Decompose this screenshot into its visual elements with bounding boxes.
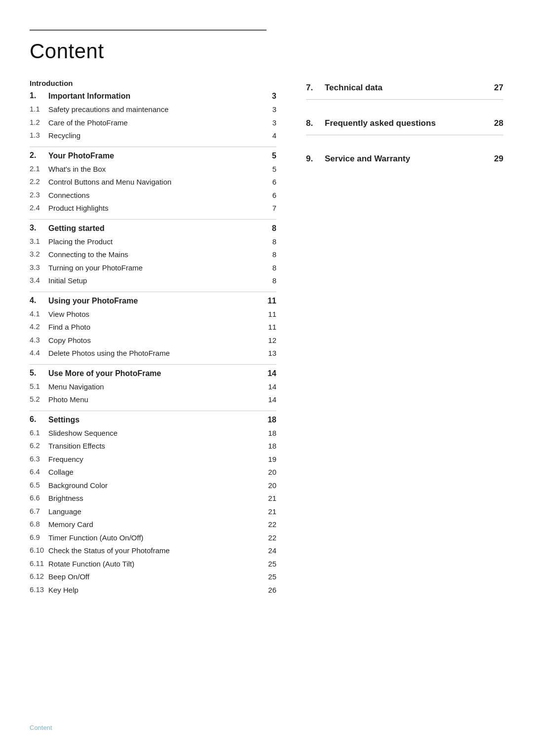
divider [30, 364, 276, 365]
section-1-label: Important Information [48, 89, 260, 103]
subsection-page: 6 [260, 176, 276, 189]
subsection-num: 2.4 [30, 202, 48, 215]
section-5-page: 14 [259, 367, 276, 380]
section-4-num: 4. [30, 294, 48, 308]
footer-note: Content [30, 724, 52, 731]
section-6-num: 6. [30, 413, 48, 427]
toc-section-2: 2. Your PhotoFrame 5 2.1 What's in the B… [30, 149, 276, 215]
subsection-page: 21 [260, 505, 276, 519]
toc-row: 6.3 Frequency 19 [30, 453, 276, 466]
toc-row: 6.2 Transition Effects 18 [30, 440, 276, 453]
subsection-label: Brightness [48, 492, 260, 505]
subsection-num: 2.2 [30, 176, 48, 189]
subsection-label: Recycling [48, 129, 260, 143]
subsection-num: 6.11 [30, 558, 48, 571]
subsection-page: 13 [260, 347, 276, 360]
subsection-page: 21 [260, 492, 276, 505]
subsection-label: Control Buttons and Menu Navigation [48, 176, 260, 189]
section-9-num: 9. [306, 150, 325, 167]
section-8-num: 8. [306, 114, 325, 132]
subsection-page: 20 [260, 466, 276, 479]
subsection-label: Memory Card [48, 518, 260, 531]
section-1-page: 3 [260, 89, 276, 103]
subsection-num: 6.3 [30, 453, 48, 466]
subsection-num: 6.1 [30, 427, 48, 440]
subsection-page: 14 [259, 393, 276, 407]
subsection-label: Frequency [48, 453, 260, 466]
toc-row: 6.9 Timer Function (Auto On/Off) 22 [30, 531, 276, 545]
intro-header: Introduction [30, 79, 276, 89]
subsection-page: 8 [256, 262, 276, 275]
section-2-page: 5 [260, 149, 276, 163]
subsection-page: 5 [260, 163, 276, 176]
toc-row: 3.2 Connecting to the Mains 8 [30, 248, 276, 262]
right-toc-9: 9. Service and Warranty 29 [306, 150, 503, 167]
subsection-label: Delete Photos using the PhotoFrame [48, 347, 260, 360]
subsection-page: 8 [256, 274, 276, 288]
subsection-label: Key Help [48, 584, 260, 597]
toc-row: 1.2 Care of the PhotoFrame 3 [30, 116, 276, 130]
toc-section-4-header: 4. Using your PhotoFrame 11 [30, 294, 276, 308]
toc-row: 2.1 What's in the Box 5 [30, 163, 276, 176]
subsection-num: 3.4 [30, 274, 48, 288]
toc-section-4: 4. Using your PhotoFrame 11 4.1 View Pho… [30, 294, 276, 360]
subsection-num: 6.13 [30, 584, 48, 597]
right-section-8: 8. Frequently asked questions 28 [306, 114, 503, 135]
toc-row: 6.10 Check the Status of your Photoframe… [30, 544, 276, 558]
subsection-page: 14 [259, 380, 276, 394]
subsection-label: Menu Navigation [48, 380, 259, 394]
section-8-label: Frequently asked questions [325, 114, 483, 132]
subsection-label: Product Highlights [48, 202, 260, 215]
divider [30, 292, 276, 292]
section-9-page: 29 [478, 150, 503, 167]
toc-row: 4.2 Find a Photo 11 [30, 321, 276, 334]
toc-row: 6.1 Slideshow Sequence 18 [30, 427, 276, 440]
toc-row: 3.3 Turning on your PhotoFrame 8 [30, 262, 276, 275]
toc-row: 5.2 Photo Menu 14 [30, 393, 276, 407]
toc-row: 6.11 Rotate Function (Auto Tilt) 25 [30, 558, 276, 571]
subsection-num: 4.1 [30, 308, 48, 321]
subsection-label: Slideshow Sequence [48, 427, 260, 440]
right-divider [306, 99, 503, 100]
content-layout: Introduction 1. Important Information 3 … [30, 79, 503, 597]
subsection-label: Rotate Function (Auto Tilt) [48, 558, 260, 571]
section-3-label: Getting started [48, 222, 256, 235]
right-section-7: 7. Technical data 27 [306, 79, 503, 100]
toc-row: 7. Technical data 27 [306, 79, 503, 96]
divider [30, 147, 276, 147]
subsection-page: 12 [260, 334, 276, 347]
subsection-label: Language [48, 505, 260, 519]
subsection-label: View Photos [48, 308, 260, 321]
subsection-num: 1.3 [30, 129, 48, 143]
subsection-page: 19 [260, 453, 276, 466]
subsection-page: 3 [260, 103, 276, 116]
subsection-label: Connecting to the Mains [48, 248, 256, 262]
subsection-num: 6.6 [30, 492, 48, 505]
subsection-num: 6.9 [30, 531, 48, 545]
section-3-page: 8 [256, 222, 276, 235]
toc-row: 6.4 Collage 20 [30, 466, 276, 479]
subsection-label: Background Color [48, 479, 260, 492]
subsection-num: 1.1 [30, 103, 48, 116]
subsection-label: Care of the PhotoFrame [48, 116, 260, 130]
section-3-num: 3. [30, 222, 48, 235]
subsection-num: 6.10 [30, 544, 48, 558]
section-9-label: Service and Warranty [325, 150, 478, 167]
section-2-num: 2. [30, 149, 48, 163]
divider [30, 411, 276, 411]
toc-section-6: 6. Settings 18 6.1 Slideshow Sequence 18… [30, 413, 276, 597]
subsection-label: Placing the Product [48, 235, 256, 249]
subsection-num: 6.8 [30, 518, 48, 531]
subsection-label: Copy Photos [48, 334, 260, 347]
left-column: Introduction 1. Important Information 3 … [30, 79, 276, 597]
subsection-label: Connections [48, 189, 260, 202]
toc-row: 3.4 Initial Setup 8 [30, 274, 276, 288]
toc-row: 2.4 Product Highlights 7 [30, 202, 276, 215]
subsection-page: 11 [260, 321, 276, 334]
subsection-num: 6.12 [30, 570, 48, 584]
toc-row: 6.5 Background Color 20 [30, 479, 276, 492]
section-4-page: 11 [260, 294, 276, 308]
toc-section-3: 3. Getting started 8 3.1 Placing the Pro… [30, 222, 276, 288]
subsection-page: 4 [260, 129, 276, 143]
subsection-label: Timer Function (Auto On/Off) [48, 531, 260, 545]
